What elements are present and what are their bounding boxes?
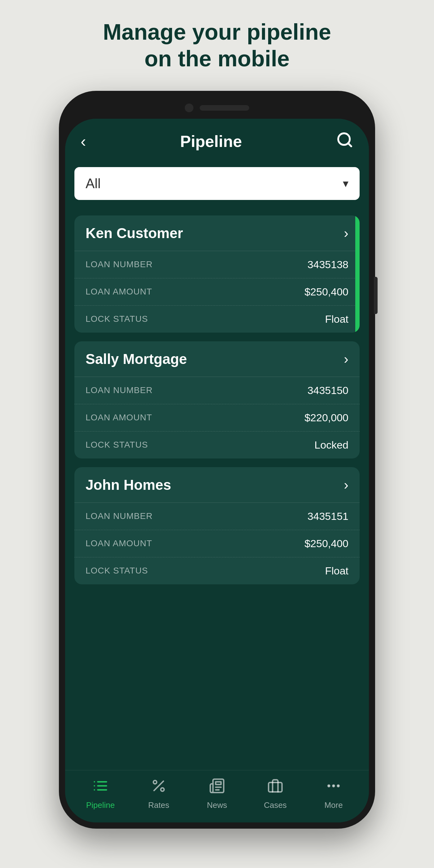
phone-speaker <box>199 105 249 111</box>
lock-status-label: LOCK STATUS <box>86 566 148 576</box>
search-button[interactable] <box>336 131 353 152</box>
loan-amount-row: LOAN AMOUNT $250,400 <box>74 278 360 306</box>
loan-details-john: LOAN NUMBER 3435151 LOAN AMOUNT $250,400… <box>74 502 360 584</box>
nav-item-more[interactable]: More <box>315 778 352 810</box>
back-button[interactable]: ‹ <box>81 132 86 151</box>
lock-status-value: Locked <box>314 439 348 451</box>
loan-amount-label: LOAN AMOUNT <box>86 287 152 297</box>
loan-amount-value: $250,400 <box>304 537 348 550</box>
lock-status-value: Float <box>325 565 348 577</box>
lock-status-row: LOCK STATUS Float <box>74 557 360 584</box>
nav-pipeline-label: Pipeline <box>86 800 115 810</box>
svg-point-9 <box>153 780 157 784</box>
nav-news-label: News <box>207 800 227 810</box>
phone-top-bar <box>65 97 369 119</box>
loan-card-header-john[interactable]: John Homes › <box>74 467 360 502</box>
loan-amount-value: $220,000 <box>304 412 348 424</box>
lock-status-row: LOCK STATUS Float <box>74 306 360 333</box>
loan-number-label: LOAN NUMBER <box>86 385 153 395</box>
loan-amount-label: LOAN AMOUNT <box>86 538 152 548</box>
chevron-right-icon: › <box>344 225 348 241</box>
pipeline-icon <box>92 778 108 797</box>
loan-details-sally: LOAN NUMBER 3435150 LOAN AMOUNT $220,000… <box>74 377 360 459</box>
cases-icon <box>267 778 283 797</box>
loan-number-row: LOAN NUMBER 3435151 <box>74 503 360 530</box>
nav-more-label: More <box>324 800 343 810</box>
status-bar-green <box>355 215 360 333</box>
loan-card-sally: Sally Mortgage › LOAN NUMBER 3435150 LOA… <box>74 341 360 459</box>
lock-status-label: LOCK STATUS <box>86 314 148 324</box>
svg-line-1 <box>348 143 351 146</box>
filter-value: All <box>86 176 101 191</box>
svg-point-12 <box>328 785 330 786</box>
loan-number-label: LOAN NUMBER <box>86 511 153 521</box>
loan-number-value: 3435138 <box>308 258 348 271</box>
loan-details-ken: LOAN NUMBER 3435138 LOAN AMOUNT $250,400… <box>74 251 360 333</box>
svg-line-8 <box>154 781 163 790</box>
filter-dropdown[interactable]: All ▾ <box>74 167 360 200</box>
chevron-right-icon: › <box>344 351 348 367</box>
loan-customer-name: Ken Customer <box>86 225 183 242</box>
nav-rates-label: Rates <box>148 800 169 810</box>
dropdown-arrow-icon: ▾ <box>343 177 348 190</box>
svg-point-14 <box>338 785 339 786</box>
loan-number-row: LOAN NUMBER 3435138 <box>74 251 360 278</box>
loan-number-row: LOAN NUMBER 3435150 <box>74 377 360 404</box>
loan-card-header-sally[interactable]: Sally Mortgage › <box>74 341 360 377</box>
rates-icon <box>151 778 167 797</box>
loan-amount-row: LOAN AMOUNT $250,400 <box>74 530 360 557</box>
lock-status-label: LOCK STATUS <box>86 440 148 450</box>
filter-container: All ▾ <box>65 161 369 209</box>
loan-list: Ken Customer › LOAN NUMBER 3435138 LOAN … <box>65 209 369 770</box>
loan-amount-row: LOAN AMOUNT $220,000 <box>74 404 360 432</box>
loan-customer-name: John Homes <box>86 476 171 493</box>
nav-item-pipeline[interactable]: Pipeline <box>82 778 119 810</box>
lock-status-row: LOCK STATUS Locked <box>74 432 360 459</box>
svg-rect-11 <box>269 782 282 792</box>
nav-cases-label: Cases <box>264 800 287 810</box>
loan-amount-label: LOAN AMOUNT <box>86 413 152 423</box>
bottom-nav: Pipeline Rates <box>65 770 369 823</box>
chevron-right-icon: › <box>344 477 348 493</box>
loan-amount-value: $250,400 <box>304 286 348 298</box>
lock-status-value: Float <box>325 313 348 325</box>
loan-number-value: 3435150 <box>308 384 348 397</box>
more-icon <box>326 778 342 797</box>
svg-point-10 <box>161 788 164 791</box>
phone-screen: ‹ Pipeline All ▾ Ken Customer <box>65 119 369 823</box>
page-title: Manage your pipeline on the mobile <box>103 19 331 72</box>
news-icon <box>209 778 225 797</box>
loan-number-value: 3435151 <box>308 510 348 522</box>
phone-camera <box>185 103 193 112</box>
screen-title: Pipeline <box>180 132 242 151</box>
loan-card-john: John Homes › LOAN NUMBER 3435151 LOAN AM… <box>74 467 360 584</box>
nav-item-news[interactable]: News <box>198 778 236 810</box>
svg-point-13 <box>333 785 334 786</box>
phone-frame: ‹ Pipeline All ▾ Ken Customer <box>59 91 375 829</box>
nav-item-rates[interactable]: Rates <box>140 778 177 810</box>
loan-card-header-ken[interactable]: Ken Customer › <box>74 215 360 251</box>
side-button <box>374 277 378 314</box>
loan-number-label: LOAN NUMBER <box>86 259 153 269</box>
loan-customer-name: Sally Mortgage <box>86 351 187 367</box>
loan-card-ken: Ken Customer › LOAN NUMBER 3435138 LOAN … <box>74 215 360 333</box>
nav-item-cases[interactable]: Cases <box>257 778 294 810</box>
app-header: ‹ Pipeline <box>65 119 369 161</box>
